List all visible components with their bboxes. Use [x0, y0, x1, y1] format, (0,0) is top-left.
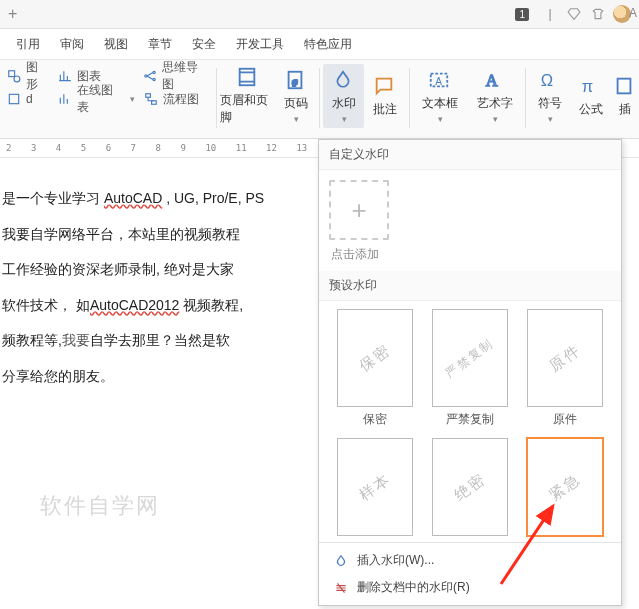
mindmap-icon [143, 68, 159, 84]
wordart-label: 艺术字 [477, 95, 513, 112]
svg-rect-6 [145, 94, 150, 98]
svg-rect-16 [618, 78, 631, 93]
tab-features[interactable]: 特色应用 [294, 29, 362, 59]
tab-security[interactable]: 安全 [182, 29, 226, 59]
svg-point-5 [153, 78, 155, 80]
ruler-tick: 8 [156, 143, 161, 153]
headerfooter-icon [236, 66, 260, 90]
ghost-a: A [629, 6, 637, 20]
ribbon: 图形 d 图表 在线图表 思维导图 流程图 页眉和页脚 # 页码 水印 批注 A… [0, 60, 639, 139]
new-tab-button[interactable]: + [8, 5, 17, 23]
shapes-label: 图形 [26, 59, 49, 93]
wm-preset-nocopy[interactable]: 严禁复制 [432, 309, 508, 407]
annotate-button[interactable]: 批注 [364, 64, 405, 128]
gem-icon[interactable] [565, 5, 583, 23]
insert-watermark-label: 插入水印(W)... [357, 552, 434, 569]
ruler-tick: 13 [296, 143, 307, 153]
svg-text:A: A [435, 75, 442, 86]
divider-icon: | [541, 5, 559, 23]
symbol-label: 符号 [538, 95, 562, 112]
ins-label: 插 [619, 101, 631, 118]
tab-review[interactable]: 审阅 [50, 29, 94, 59]
ruler-tick: 10 [205, 143, 216, 153]
wm-caption: 保密 [363, 411, 387, 428]
pageno-icon: # [284, 69, 308, 93]
svg-rect-8 [239, 69, 254, 86]
wm-preset-topsecret[interactable]: 绝密 [432, 438, 508, 536]
headerfooter-label: 页眉和页脚 [220, 92, 275, 126]
svg-text:A: A [486, 71, 498, 90]
d-label: d [26, 92, 33, 106]
headerfooter-button[interactable]: 页眉和页脚 [220, 64, 275, 128]
watermark-dropdown: 自定义水印 + 点击添加 预设水印 保密保密 严禁复制严禁复制 原件原件 样本 … [318, 139, 622, 606]
wordart-icon: A [483, 69, 507, 93]
wm-preset-urgent[interactable]: 紧急 [527, 438, 603, 536]
symbol-icon: Ω [538, 69, 562, 93]
wm-preset-original[interactable]: 原件 [527, 309, 603, 407]
formula-label: 公式 [579, 101, 603, 118]
formula-button[interactable]: π 公式 [570, 64, 611, 128]
svg-text:Ω: Ω [541, 71, 553, 89]
dd-section-preset: 预设水印 [319, 271, 621, 301]
formula-icon: π [579, 75, 603, 99]
textbox-icon: A [428, 69, 452, 93]
svg-point-4 [153, 71, 155, 73]
insert-watermark-item[interactable]: 插入水印(W)... [319, 547, 621, 574]
add-watermark-label: 点击添加 [331, 246, 611, 263]
ribbon-letter[interactable]: d [6, 89, 49, 109]
flow-button[interactable]: 流程图 [143, 89, 210, 109]
wm-caption: 原件 [553, 411, 577, 428]
watermark-button[interactable]: 水印 [323, 64, 364, 128]
notification-badge[interactable]: 1 [515, 8, 529, 21]
annotate-label: 批注 [373, 101, 397, 118]
ruler-tick: 6 [106, 143, 111, 153]
skin-icon[interactable] [589, 5, 607, 23]
plus-icon: + [351, 195, 366, 226]
ruler-tick: 11 [236, 143, 247, 153]
pageno-button[interactable]: # 页码 [275, 64, 316, 128]
pageno-label: 页码 [284, 95, 308, 112]
tab-chapter[interactable]: 章节 [138, 29, 182, 59]
tab-devtools[interactable]: 开发工具 [226, 29, 294, 59]
shapes-button[interactable]: 图形 [6, 66, 49, 86]
ruler-tick: 9 [180, 143, 185, 153]
flow-icon [143, 91, 159, 107]
chart-icon [57, 68, 73, 84]
onlinechart-button[interactable]: 在线图表 [57, 89, 134, 109]
ruler-tick: 4 [56, 143, 61, 153]
document-area: 23456789101112131415161718 是一个专业学习 AutoC… [0, 139, 639, 609]
remove-watermark-item[interactable]: 删除文档中的水印(R) [319, 574, 621, 601]
wm-preset-confidential[interactable]: 保密 [337, 309, 413, 407]
wm-caption: 严禁复制 [446, 411, 494, 428]
ruler-tick: 7 [131, 143, 136, 153]
tab-view[interactable]: 视图 [94, 29, 138, 59]
titlebar: + 1 | [0, 0, 639, 29]
onlinechart-icon [57, 91, 73, 107]
ruler-tick: 12 [266, 143, 277, 153]
svg-rect-0 [9, 71, 15, 77]
wm-preset-sample[interactable]: 样本 [337, 438, 413, 536]
watermark-label: 水印 [332, 95, 356, 112]
ruler-tick: 3 [31, 143, 36, 153]
svg-text:#: # [292, 77, 298, 87]
watermark-icon [333, 553, 349, 569]
svg-point-1 [14, 76, 20, 82]
textbox-button[interactable]: A 文本框 [412, 64, 467, 128]
menubar: 引用 审阅 视图 章节 安全 开发工具 特色应用 A [0, 29, 639, 60]
svg-point-3 [145, 75, 147, 77]
symbol-button[interactable]: Ω 符号 [529, 64, 570, 128]
ruler-tick: 5 [81, 143, 86, 153]
watermark-icon [332, 69, 356, 93]
wordart-button[interactable]: A 艺术字 [467, 64, 522, 128]
add-watermark-button[interactable]: + [329, 180, 389, 240]
ruler-tick: 2 [6, 143, 11, 153]
mindmap-button[interactable]: 思维导图 [143, 66, 210, 86]
tab-reference[interactable]: 引用 [6, 29, 50, 59]
mind-label: 思维导图 [162, 59, 209, 93]
flow-label: 流程图 [163, 91, 199, 108]
annotate-icon [373, 75, 397, 99]
d-icon [6, 91, 22, 107]
ins-button[interactable]: 插 [612, 64, 639, 128]
svg-text:π: π [582, 77, 593, 95]
onchart-label: 在线图表 [77, 82, 124, 116]
